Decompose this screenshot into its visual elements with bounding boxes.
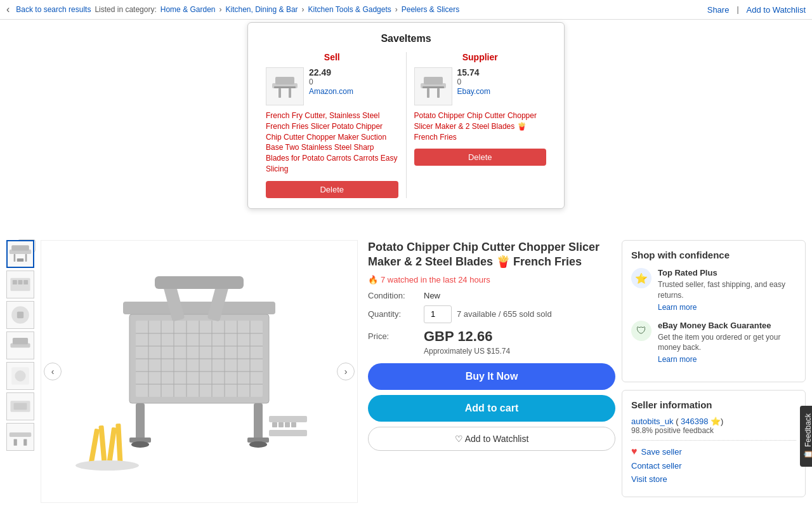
thumb-4[interactable]	[6, 331, 34, 359]
svg-rect-14	[17, 258, 23, 262]
sell-item-row: 22.49 0 Amazon.com	[266, 67, 398, 105]
svg-rect-28	[14, 439, 17, 445]
confidence-item-2: 🛡 eBay Money Back Guarantee Get the item…	[631, 321, 796, 364]
feedback-icon: 📋	[804, 450, 812, 459]
svg-point-54	[131, 441, 149, 448]
svg-rect-64	[107, 427, 117, 465]
seller-name-link[interactable]: autobits_uk	[631, 417, 674, 426]
svg-rect-12	[14, 254, 16, 262]
svg-point-24	[15, 370, 25, 381]
condition-value: New	[424, 291, 440, 300]
right-sidebar: Shop with confidence ⭐ Top Rated Plus Tr…	[622, 240, 806, 503]
svg-rect-56	[269, 416, 307, 422]
seller-rating-link[interactable]: 346398	[681, 417, 708, 426]
buy-now-button[interactable]: Buy It Now	[368, 363, 615, 390]
sell-item-title: French Fry Cutter, Stainless Steel Frenc…	[266, 110, 398, 175]
quantity-input[interactable]	[424, 305, 452, 323]
save-seller-action[interactable]: ♥ Save seller	[631, 446, 796, 457]
svg-rect-30	[123, 302, 275, 314]
svg-rect-1	[275, 77, 294, 84]
svg-rect-11	[11, 245, 29, 251]
thumb-3[interactable]	[6, 301, 34, 329]
svg-rect-18	[23, 280, 28, 284]
save-items-columns: Sell 22.49 0 Amazon.com Fre	[258, 52, 554, 198]
supplier-item-store[interactable]: Ebay.com	[457, 87, 490, 96]
add-to-watchlist-button[interactable]: ♡ Add to Watchlist	[368, 427, 615, 451]
top-rated-learn-more[interactable]: Learn more	[658, 303, 796, 312]
svg-rect-26	[14, 403, 27, 410]
heart-icon: ♥	[631, 446, 638, 457]
money-back-learn-more[interactable]: Learn more	[658, 355, 796, 364]
seller-feedback-pct: 98.8% positive feedback	[631, 426, 796, 435]
confidence-item-1: ⭐ Top Rated Plus Trusted seller, fast sh…	[631, 268, 796, 312]
supplier-header: Supplier	[414, 52, 547, 62]
sell-item-sold: 0	[309, 77, 398, 86]
seller-box: Seller information autobits_uk ( 346398 …	[622, 390, 806, 497]
svg-rect-50	[136, 403, 145, 441]
supplier-item-title: Potato Chipper Chip Cutter Chopper Slice…	[414, 110, 547, 142]
breadcrumb-area: ‹ Back to search results Listed in categ…	[6, 4, 459, 15]
money-back-desc: Get the item you ordered or get your mon…	[658, 332, 796, 354]
seller-name-row: autobits_uk ( 346398 ⭐)	[631, 417, 796, 426]
add-watchlist-nav-link[interactable]: Add to Watchlist	[747, 5, 806, 15]
money-back-text: eBay Money Back Guarantee Get the item y…	[658, 321, 796, 364]
svg-rect-2	[278, 88, 281, 98]
supplier-item-row: 15.74 0 Ebay.com	[414, 67, 547, 105]
product-info: Potato Chipper Chip Cutter Chopper Slice…	[368, 240, 622, 503]
thumb-6[interactable]	[6, 392, 34, 420]
svg-rect-8	[437, 88, 440, 98]
svg-rect-60	[291, 422, 296, 427]
supplier-delete-button[interactable]: Delete	[414, 149, 547, 166]
sell-delete-button[interactable]: Delete	[266, 181, 398, 198]
price-main: GBP 12.66	[424, 328, 492, 345]
breadcrumb-tools[interactable]: Kitchen Tools & Gadgets	[308, 5, 391, 14]
sell-item-store[interactable]: Amazon.com	[309, 87, 353, 96]
svg-rect-51	[254, 403, 263, 441]
save-seller-label: Save seller	[641, 447, 682, 457]
confidence-box: Shop with confidence ⭐ Top Rated Plus Tr…	[622, 240, 806, 382]
breadcrumb-home[interactable]: Home & Garden	[160, 5, 216, 14]
breadcrumb-kitchen[interactable]: Kitchen, Dining & Bar	[226, 5, 298, 14]
svg-rect-61	[269, 430, 307, 436]
svg-rect-7	[427, 88, 429, 98]
thumb-7[interactable]	[6, 423, 34, 451]
svg-rect-13	[25, 254, 27, 262]
sell-header: Sell	[266, 52, 398, 62]
seller-divider	[631, 440, 796, 441]
feedback-label: Feedback	[804, 413, 812, 447]
thumb-2[interactable]	[6, 271, 34, 298]
svg-rect-20	[17, 312, 23, 318]
svg-rect-16	[13, 280, 17, 284]
back-link[interactable]: Back to search results	[16, 5, 91, 14]
back-arrow[interactable]: ‹	[6, 4, 10, 15]
top-rated-desc: Trusted seller, fast shipping, and easy …	[658, 279, 796, 301]
top-rated-heading: Top Rated Plus	[658, 268, 796, 277]
sell-item-image	[266, 67, 304, 105]
top-nav: ‹ Back to search results Listed in categ…	[0, 0, 812, 20]
visit-store-link[interactable]: Visit store	[631, 474, 796, 484]
image-next-arrow[interactable]: ›	[337, 363, 355, 380]
supplier-column: Supplier 15.74 0 Ebay.com P	[406, 52, 554, 198]
seller-rating-paren: (	[676, 417, 678, 426]
thumb-1[interactable]	[6, 240, 34, 268]
fire-icon: 🔥	[368, 275, 378, 284]
breadcrumb-peelers[interactable]: Peelers & Slicers	[402, 5, 459, 14]
sell-item-price: 22.49	[309, 67, 398, 77]
add-to-cart-button[interactable]: Add to cart	[368, 395, 615, 422]
svg-rect-6	[424, 77, 443, 84]
svg-rect-29	[23, 439, 27, 445]
sell-column: Sell 22.49 0 Amazon.com Fre	[258, 52, 406, 198]
quantity-label: Quantity:	[368, 309, 419, 319]
svg-rect-59	[285, 422, 290, 427]
feedback-tab[interactable]: 📋 Feedback	[800, 406, 812, 467]
thumb-5[interactable]	[6, 362, 34, 390]
svg-point-55	[249, 441, 267, 448]
svg-rect-49	[155, 276, 244, 289]
save-items-popup: SaveItems Sell 22.49 0 Amazon.	[247, 22, 565, 209]
svg-rect-22	[13, 338, 28, 344]
share-link[interactable]: Share	[707, 5, 730, 15]
image-prev-arrow[interactable]: ‹	[44, 363, 62, 380]
nav-actions: Share | Add to Watchlist	[707, 5, 806, 15]
contact-seller-link[interactable]: Contact seller	[631, 461, 796, 471]
supplier-item-price: 15.74	[457, 67, 547, 77]
